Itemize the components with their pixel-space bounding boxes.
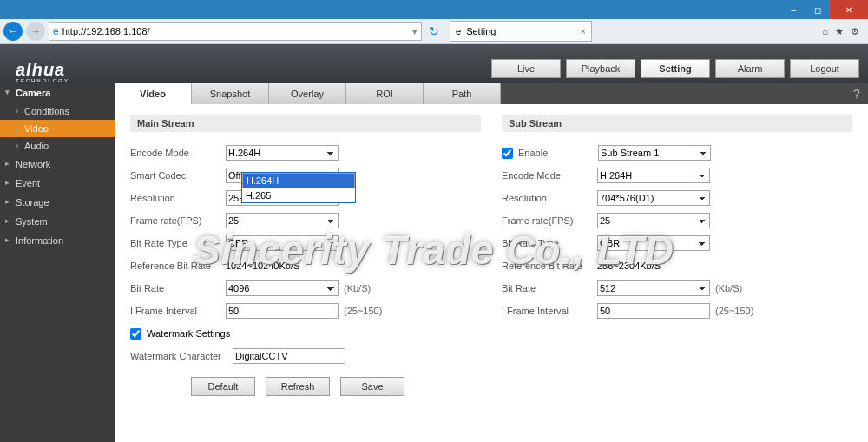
sidebar: Camera Conditions Video Audio Network Ev… — [0, 83, 115, 442]
iframe-range: (25~150) — [344, 306, 382, 316]
resolution-label: Resolution — [130, 193, 226, 203]
sub-ref-bitrate-value: 256~2304Kb/S — [597, 261, 661, 271]
browser-forward[interactable]: → — [26, 22, 45, 41]
browser-back[interactable]: ← — [3, 22, 23, 41]
sub-fps-select[interactable]: 25 — [597, 213, 710, 228]
refresh-button[interactable]: Refresh — [266, 377, 330, 396]
sub-enable-checkbox[interactable] — [502, 148, 513, 159]
window-maximize[interactable]: ◻ — [806, 0, 830, 19]
sub-resolution-label: Resolution — [502, 193, 597, 203]
sub-bitrate-select[interactable]: 512 — [597, 280, 710, 296]
sidebar-item-video[interactable]: Video — [0, 120, 115, 137]
help-icon[interactable]: ? — [845, 83, 868, 104]
window-title-bar: – ◻ ✕ — [0, 0, 868, 19]
nav-alarm[interactable]: Alarm — [715, 59, 785, 78]
favorites-icon[interactable]: ★ — [835, 26, 844, 37]
window-close[interactable]: ✕ — [830, 0, 868, 19]
encode-mode-select[interactable]: H.264H — [226, 145, 339, 161]
sub-iframe-label: I Frame Interval — [502, 306, 597, 316]
sub-bitrate-label: Bit Rate — [502, 283, 597, 294]
sub-encode-mode-select[interactable]: H.264H — [597, 168, 710, 183]
sub-bitrate-type-select[interactable]: CBR — [597, 235, 710, 251]
sub-iframe-input[interactable] — [597, 303, 710, 319]
sub-resolution-select[interactable]: 704*576(D1) — [597, 190, 710, 206]
iframe-label: I Frame Interval — [130, 306, 226, 316]
address-bar[interactable]: e http://192.168.1.108/ ▾ — [49, 22, 422, 41]
bitrate-unit: (Kb/S) — [344, 283, 371, 294]
ie-icon: e — [53, 25, 59, 37]
sub-stream-title: Sub Stream — [502, 115, 852, 132]
sidebar-group-storage[interactable]: Storage — [0, 193, 115, 212]
tab-favicon: e — [456, 26, 461, 36]
encode-mode-label: Encode Mode — [130, 148, 226, 158]
address-dropdown-icon[interactable]: ▾ — [412, 26, 418, 37]
bitrate-label: Bit Rate — [130, 283, 226, 294]
nav-setting[interactable]: Setting — [641, 59, 710, 78]
bitrate-type-label: Bit Rate Type — [130, 238, 226, 248]
sidebar-group-information[interactable]: Information — [0, 231, 115, 250]
save-button[interactable]: Save — [340, 377, 404, 396]
bitrate-type-select[interactable]: CBR — [226, 235, 339, 251]
window-minimize[interactable]: – — [781, 0, 806, 19]
sidebar-item-audio[interactable]: Audio — [0, 137, 115, 155]
sidebar-group-event[interactable]: Event — [0, 174, 115, 193]
default-button[interactable]: Default — [191, 377, 255, 396]
encode-mode-option-h265[interactable]: H.265 — [242, 188, 355, 202]
sub-ref-bitrate-label: Reference Bit Rate — [502, 261, 597, 271]
ref-bitrate-value: 1024~10240Kb/S — [226, 261, 299, 271]
content-tabs: Video Snapshot Overlay ROI Path ? — [115, 83, 868, 104]
watermark-char-label: Watermark Character — [130, 351, 233, 361]
ref-bitrate-label: Reference Bit Rate — [130, 261, 226, 271]
browser-tab-setting[interactable]: e Setting × — [450, 21, 592, 42]
brand-logo: alhua TECHNOLOGY — [0, 60, 85, 83]
sidebar-group-system[interactable]: System — [0, 212, 115, 231]
watermark-char-input[interactable] — [233, 348, 345, 364]
sub-fps-label: Frame rate(FPS) — [502, 215, 597, 226]
tab-video[interactable]: Video — [115, 83, 192, 104]
sub-enable-label: Enable — [518, 148, 598, 158]
top-nav: Live Playback Setting Alarm Logout — [491, 59, 868, 83]
encode-mode-option-h264h[interactable]: H.264H — [242, 173, 355, 188]
encode-mode-dropdown-open: H.264H H.265 — [241, 172, 356, 203]
sub-iframe-range: (25~150) — [715, 306, 753, 316]
main-stream-title: Main Stream — [130, 115, 481, 132]
sub-encode-mode-label: Encode Mode — [502, 170, 597, 181]
tab-close-icon[interactable]: × — [581, 26, 586, 36]
tab-snapshot[interactable]: Snapshot — [192, 83, 269, 104]
browser-menu-icons: ⌂ ★ ⚙ — [822, 26, 865, 37]
app-banner: alhua TECHNOLOGY Live Playback Setting A… — [0, 44, 868, 83]
tools-icon[interactable]: ⚙ — [851, 26, 859, 37]
tab-overlay[interactable]: Overlay — [269, 83, 346, 104]
bitrate-select[interactable]: 4096 — [226, 280, 339, 296]
nav-live[interactable]: Live — [491, 59, 561, 78]
app-root: alhua TECHNOLOGY Live Playback Setting A… — [0, 44, 868, 442]
smart-codec-label: Smart Codec — [130, 170, 226, 181]
watermark-checkbox[interactable] — [130, 328, 141, 340]
content-area: Video Snapshot Overlay ROI Path ? Main S… — [115, 83, 868, 442]
sidebar-group-camera[interactable]: Camera — [0, 83, 115, 102]
nav-playback[interactable]: Playback — [566, 59, 635, 78]
home-icon[interactable]: ⌂ — [822, 26, 828, 37]
sub-bitrate-unit: (Kb/S) — [715, 283, 742, 294]
browser-toolbar: ← → e http://192.168.1.108/ ▾ ↻ e Settin… — [0, 19, 868, 44]
address-text: http://192.168.1.108/ — [62, 26, 150, 36]
settings-panel: Main Stream Encode Mode H.264H Smart Cod… — [115, 104, 868, 442]
watermark-settings-label: Watermark Settings — [147, 328, 230, 339]
fps-select[interactable]: 25 — [226, 213, 339, 228]
sidebar-item-conditions[interactable]: Conditions — [0, 102, 115, 120]
sub-bitrate-type-label: Bit Rate Type — [502, 238, 597, 248]
sidebar-group-network[interactable]: Network — [0, 155, 115, 174]
sub-stream-select[interactable]: Sub Stream 1 — [598, 145, 711, 161]
tab-path[interactable]: Path — [424, 83, 501, 104]
refresh-icon[interactable]: ↻ — [425, 24, 443, 38]
main-stream-column: Main Stream Encode Mode H.264H Smart Cod… — [130, 115, 481, 396]
tab-title: Setting — [466, 26, 496, 36]
tab-roi[interactable]: ROI — [346, 83, 424, 104]
iframe-input[interactable] — [226, 303, 339, 319]
sub-stream-column: Sub Stream Enable Sub Stream 1 Encode Mo… — [502, 115, 852, 396]
fps-label: Frame rate(FPS) — [130, 215, 226, 226]
nav-logout[interactable]: Logout — [790, 59, 859, 78]
